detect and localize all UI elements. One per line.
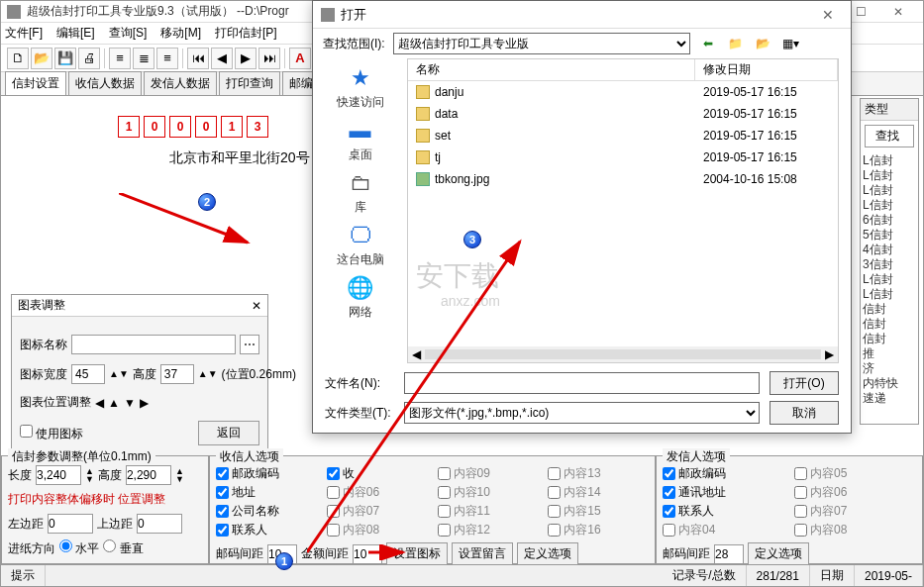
sender-check[interactable]: 通讯地址 (663, 484, 784, 501)
tool-new[interactable]: 🗋 (7, 48, 29, 69)
nav-back-icon[interactable]: ⬅ (698, 34, 718, 53)
sender-check[interactable]: 内容06 (794, 484, 916, 501)
recipient-check[interactable]: 内容10 (438, 484, 539, 501)
right-list-item[interactable]: 6信封 (863, 213, 916, 228)
cancel-button[interactable]: 取消 (770, 401, 839, 425)
recipient-check[interactable]: 内容12 (438, 522, 539, 538)
tool-align-center[interactable]: ≣ (133, 48, 154, 69)
sender-check[interactable]: 内容05 (794, 465, 916, 482)
sidebar-place[interactable]: ▬桌面 (344, 117, 377, 163)
sender-check[interactable]: 内容08 (794, 522, 916, 538)
nav-up-icon[interactable]: 📁 (726, 34, 746, 53)
use-icon-checkbox[interactable]: 使用图标 (20, 425, 83, 442)
length-input[interactable] (36, 465, 81, 485)
height-input[interactable] (126, 465, 171, 485)
recipient-amtgap[interactable] (353, 544, 382, 564)
tool-open[interactable]: 📂 (31, 48, 52, 69)
file-row[interactable]: danju2019-05-17 16:15 (408, 81, 838, 103)
recipient-check[interactable]: 内容06 (327, 484, 428, 501)
tool-next[interactable]: ▶ (235, 48, 257, 69)
sender-postgap[interactable] (714, 544, 744, 564)
file-row[interactable]: tbkong.jpg2004-10-16 15:08 (408, 168, 838, 190)
right-list-item[interactable]: L信封 (863, 153, 916, 168)
recipient-check[interactable]: 内容11 (438, 503, 539, 520)
right-list-item[interactable]: 推 (863, 346, 916, 361)
file-row[interactable]: data2019-05-17 16:15 (408, 103, 838, 125)
right-list-item[interactable]: L信封 (863, 272, 916, 287)
tool-font[interactable]: A (289, 48, 311, 69)
recipient-check[interactable]: 收 (327, 465, 428, 482)
tool-align-right[interactable]: ≡ (156, 48, 178, 69)
sender-check[interactable]: 邮政编码 (663, 465, 784, 482)
right-list-item[interactable]: L信封 (863, 183, 916, 198)
right-list-item[interactable]: L信封 (863, 168, 916, 183)
sender-check[interactable]: 联系人 (663, 503, 784, 520)
sender-check[interactable]: 内容07 (794, 503, 916, 520)
lookup-combo[interactable]: 超级信封打印工具专业版 (393, 33, 690, 54)
recipient-check[interactable]: 内容14 (548, 484, 649, 501)
tool-print[interactable]: 🖨 (78, 48, 100, 69)
chart-panel-close[interactable]: ✕ (252, 299, 261, 313)
pos-left[interactable]: ◀ (95, 396, 104, 410)
find-button[interactable]: 查找 (865, 125, 914, 147)
tab[interactable]: 发信人数据 (144, 71, 217, 95)
recipient-check[interactable]: 内容16 (548, 522, 649, 538)
menu-item[interactable]: 打印信封[P] (215, 25, 277, 42)
menu-item[interactable]: 移动[M] (160, 25, 201, 42)
set-icon-button[interactable]: 设置图标 (386, 542, 448, 565)
right-list-item[interactable]: L信封 (863, 198, 916, 213)
recipient-check[interactable]: 地址 (216, 484, 317, 501)
right-list-item[interactable]: 4信封 (863, 243, 916, 257)
top-margin-input[interactable] (137, 514, 182, 534)
menu-item[interactable]: 文件[F] (5, 25, 43, 42)
sidebar-place[interactable]: 🌐网络 (344, 274, 377, 321)
file-list[interactable]: 名称 修改日期 danju2019-05-17 16:15data2019-05… (407, 58, 839, 363)
right-list-item[interactable]: 信封 (863, 332, 916, 346)
nav-view-icon[interactable]: ▦▾ (781, 34, 801, 53)
file-row[interactable]: set2019-05-17 16:15 (408, 125, 838, 147)
recipient-check[interactable]: 内容07 (327, 503, 428, 520)
pos-up[interactable]: ▲ (108, 396, 120, 410)
right-list-item[interactable]: 信封 (863, 302, 916, 317)
sidebar-place[interactable]: 🗀库 (344, 169, 377, 216)
tab[interactable]: 收信人数据 (68, 71, 142, 95)
right-list-item[interactable]: 速递 (863, 391, 916, 406)
recipient-check[interactable]: 内容13 (548, 465, 649, 482)
pos-right[interactable]: ▶ (140, 396, 149, 410)
tab[interactable]: 打印查询 (219, 71, 280, 95)
sender-check[interactable]: 内容04 (663, 522, 784, 538)
tool-prev[interactable]: ◀ (211, 48, 233, 69)
filetype-combo[interactable]: 图形文件(*.jpg,*.bmp,*.ico) (404, 402, 760, 424)
dialog-close[interactable]: ✕ (813, 7, 843, 23)
col-name[interactable]: 名称 (408, 59, 695, 80)
right-list-item[interactable]: 5信封 (863, 228, 916, 243)
menu-item[interactable]: 查询[S] (109, 25, 148, 42)
open-button[interactable]: 打开(O) (770, 371, 839, 395)
menu-item[interactable]: 编辑[E] (56, 25, 95, 42)
tool-first[interactable]: ⏮ (187, 48, 209, 69)
feed-horiz[interactable]: 水平 (59, 539, 99, 557)
icon-height-input[interactable] (160, 364, 194, 384)
tab[interactable]: 信封设置 (5, 71, 66, 95)
col-date[interactable]: 修改日期 (695, 59, 838, 80)
sidebar-place[interactable]: 🖵这台电脑 (337, 222, 384, 268)
sidebar-place[interactable]: ★快速访问 (337, 64, 384, 111)
right-list-item[interactable]: 内特快 (863, 376, 916, 391)
recipient-check[interactable]: 公司名称 (216, 503, 317, 520)
right-list-item[interactable]: 济 (863, 361, 916, 376)
right-list-item[interactable]: L信封 (863, 287, 916, 302)
define-options-button[interactable]: 定义选项 (517, 542, 578, 565)
sender-define-options[interactable]: 定义选项 (748, 542, 809, 565)
icon-name-input[interactable] (71, 335, 236, 354)
nav-newfolder-icon[interactable]: 📂 (754, 34, 773, 53)
recipient-check[interactable]: 内容15 (548, 503, 649, 520)
browse-icon-button[interactable]: ⋯ (240, 335, 259, 354)
recipient-check[interactable]: 联系人 (216, 522, 317, 538)
set-message-button[interactable]: 设置留言 (452, 542, 513, 565)
recipient-check[interactable]: 邮政编码 (216, 465, 317, 482)
right-list-item[interactable]: 信封 (863, 317, 916, 332)
recipient-check[interactable]: 内容09 (438, 465, 539, 482)
pos-down[interactable]: ▼ (124, 396, 136, 410)
tool-save[interactable]: 💾 (54, 48, 76, 69)
recipient-check[interactable]: 内容08 (327, 522, 428, 538)
